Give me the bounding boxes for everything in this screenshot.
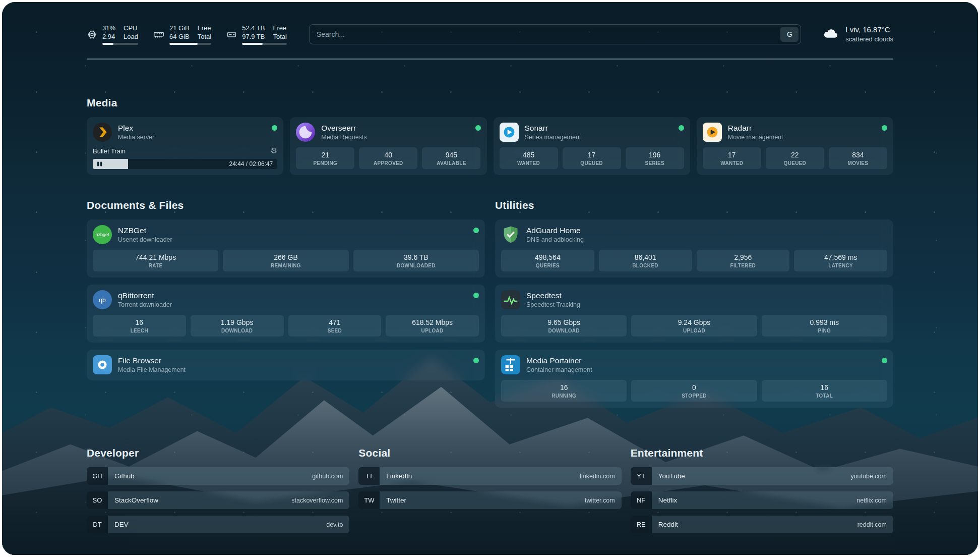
stat-wanted: 17 WANTED — [703, 147, 761, 169]
speedtest-icon — [501, 290, 520, 309]
stat-queued: 22 QUEUED — [766, 147, 824, 169]
section-documents: Documents & Files nzbget NZBGet Usenet d… — [87, 199, 485, 415]
bookmark-netflix[interactable]: NF Netflix netflix.com — [631, 491, 893, 509]
service-name: Speedtest — [526, 291, 580, 300]
disk-total-label: Total — [273, 32, 286, 41]
service-card-nzbget[interactable]: nzbget NZBGet Usenet downloader 744.21 M… — [87, 219, 485, 277]
disk-free: 52.4 TB — [242, 24, 265, 32]
service-card-sonarr[interactable]: Sonarr Series management 485 WANTED 17 Q… — [494, 117, 690, 175]
bookmark-linkedin[interactable]: LI LinkedIn linkedin.com — [358, 467, 621, 485]
bookmark-reddit[interactable]: RE Reddit reddit.com — [631, 516, 893, 533]
bookmarks-title-social: Social — [358, 447, 621, 459]
bookmark-github[interactable]: GH Github github.com — [87, 467, 349, 485]
service-card-qbittorrent[interactable]: qb qBittorrent Torrent downloader 16 LEE… — [87, 285, 485, 343]
pause-icon[interactable] — [96, 162, 102, 166]
service-name: qBittorrent — [118, 291, 172, 300]
bookmark-abbr: NF — [631, 491, 652, 509]
section-media: Media Plex Media server — [87, 97, 893, 175]
service-description: Usenet downloader — [118, 236, 172, 243]
stat-latency: 47.569 ms LATENCY — [794, 250, 887, 271]
status-dot — [475, 125, 481, 131]
stat-upload: 9.24 Gbps UPLOAD — [631, 315, 757, 337]
cpu-load-label: Load — [124, 32, 138, 41]
section-title-utilities: Utilities — [495, 199, 893, 211]
nzbget-icon: nzbget — [93, 225, 112, 244]
cpu-icon — [87, 29, 97, 40]
bookmarks-title-developer: Developer — [87, 447, 349, 459]
weather-condition: scattered clouds — [845, 35, 893, 44]
gear-icon[interactable]: ⚙ — [271, 146, 277, 155]
search-provider-button[interactable]: G — [780, 27, 799, 42]
bookmark-youtube[interactable]: YT YouTube youtube.com — [631, 467, 893, 485]
cpu-percent: 31% — [102, 24, 115, 32]
cloud-icon — [821, 26, 839, 43]
dashboard-content: 31% CPU 2.94 Load 21 GiB — [2, 2, 978, 555]
service-description: Media server — [118, 134, 154, 141]
dashboard-frame: 31% CPU 2.94 Load 21 GiB — [2, 2, 978, 555]
service-description: Movie management — [728, 134, 783, 141]
service-description: Speedtest Tracking — [526, 301, 580, 308]
stat-filtered: 2,956 FILTERED — [697, 250, 790, 271]
stat-ping: 0.993 ms PING — [762, 315, 887, 337]
stat-stopped: 0 STOPPED — [631, 380, 757, 402]
service-description: Container management — [526, 366, 592, 373]
search-input[interactable] — [309, 24, 801, 44]
stat-leech: 16 LEECH — [93, 315, 186, 337]
search-bar[interactable]: G — [309, 24, 801, 44]
service-card-plex[interactable]: Plex Media server Bullet Train ⚙ — [87, 117, 283, 175]
resource-widgets: 31% CPU 2.94 Load 21 GiB — [87, 24, 287, 45]
bookmark-href: linkedin.com — [580, 467, 621, 485]
svg-text:nzbget: nzbget — [95, 232, 109, 237]
service-card-radarr[interactable]: Radarr Movie management 17 WANTED 22 QUE… — [697, 117, 893, 175]
playback-progress-bar[interactable]: 24:44 / 02:06:47 — [93, 159, 277, 169]
bookmark-abbr: DT — [87, 516, 108, 533]
stat-upload: 618.52 Mbps UPLOAD — [386, 315, 479, 337]
cpu-usage-bar — [102, 43, 138, 45]
disk-free-label: Free — [273, 24, 286, 32]
service-card-portainer[interactable]: Media Portainer Container management 16 … — [495, 350, 893, 408]
status-dot — [473, 228, 479, 233]
bookmark-twitter[interactable]: TW Twitter twitter.com — [358, 491, 621, 509]
radarr-icon — [703, 123, 722, 142]
weather-widget: Lviv, 16.87°C scattered clouds — [821, 25, 893, 44]
bookmark-href: youtube.com — [850, 467, 893, 485]
service-description: Torrent downloader — [118, 301, 172, 308]
cpu-label: CPU — [124, 24, 138, 32]
bookmark-stackoverflow[interactable]: SO StackOverflow stackoverflow.com — [87, 491, 349, 509]
playback-time: 24:44 / 02:06:47 — [229, 160, 273, 168]
service-card-adguard[interactable]: AdGuard Home DNS and adblocking 498,564 … — [495, 219, 893, 277]
memory-usage-bar — [169, 43, 211, 45]
stat-running: 16 RUNNING — [501, 380, 627, 402]
disk-usage-bar — [242, 43, 287, 45]
stat-total: 16 TOTAL — [762, 380, 887, 402]
bookmark-href: stackoverflow.com — [291, 491, 349, 509]
service-name: Overseerr — [321, 124, 366, 133]
bookmark-href: twitter.com — [585, 491, 622, 509]
disk-total: 97.9 TB — [242, 32, 265, 41]
service-card-overseerr[interactable]: Overseerr Media Requests 21 PENDING 40 A… — [290, 117, 486, 175]
memory-widget: 21 GiB Free 64 GiB Total — [153, 24, 211, 45]
memory-total: 64 GiB — [169, 32, 190, 41]
memory-total-label: Total — [198, 32, 211, 41]
bookmark-href: netflix.com — [856, 491, 893, 509]
service-description: Series management — [525, 134, 581, 141]
bookmark-abbr: SO — [87, 491, 108, 509]
service-card-filebrowser[interactable]: File Browser Media File Management — [87, 350, 485, 380]
bookmark-href: reddit.com — [858, 516, 893, 533]
bookmark-name: Netflix — [652, 491, 857, 509]
bookmark-abbr: YT — [631, 467, 652, 485]
weather-location: Lviv, 16.87°C — [845, 25, 893, 35]
stat-download: 1.19 Gbps DOWNLOAD — [191, 315, 284, 337]
service-name: File Browser — [118, 356, 186, 365]
bookmark-dev[interactable]: DT DEV dev.to — [87, 516, 349, 533]
disk-widget: 52.4 TB Free 97.9 TB Total — [226, 24, 287, 45]
stat-queued: 17 QUEUED — [563, 147, 621, 169]
cpu-widget: 31% CPU 2.94 Load — [87, 24, 138, 45]
adguard-icon — [501, 225, 520, 244]
qbittorrent-icon: qb — [93, 290, 112, 309]
stat-approved: 40 APPROVED — [359, 147, 417, 169]
bookmark-name: Twitter — [380, 491, 585, 509]
filebrowser-icon — [93, 355, 112, 374]
cpu-load: 2.94 — [102, 32, 115, 41]
service-card-speedtest[interactable]: Speedtest Speedtest Tracking 9.65 Gbps D… — [495, 285, 893, 343]
